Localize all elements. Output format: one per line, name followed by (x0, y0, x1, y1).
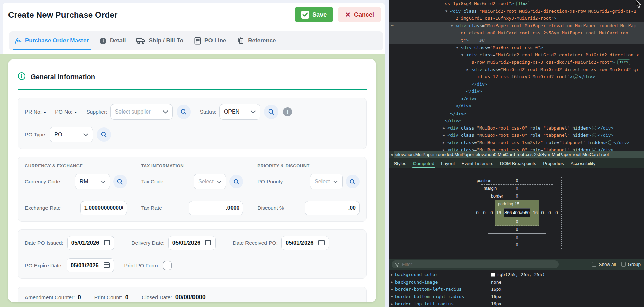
tab-po-line[interactable]: PO Line (194, 31, 226, 50)
computed-property-row[interactable]: ▶background-colorrgb(255, 255, 255) (389, 271, 644, 278)
calendar-icon (104, 239, 110, 247)
show-all-checkbox[interactable] (592, 262, 596, 267)
computed-property-row[interactable]: ▶border-top-left-radius16px (389, 300, 644, 307)
tax-code-search-button[interactable] (229, 175, 243, 188)
dom-tree-line[interactable]: ss-1pi8xg4-MuiGrid2-root">flex (389, 0, 644, 7)
dom-tree-line[interactable]: ⋯▼<div class="MuiPaper-root MuiPaper-ele… (389, 22, 644, 30)
dom-tree-line[interactable]: ▼<div class="MuiGrid2-root MuiGrid2-cont… (389, 51, 644, 59)
tax-rate-input[interactable] (189, 201, 243, 215)
po-expire-date-field[interactable]: 05/01/2026 (67, 258, 114, 272)
expand-arrow-icon[interactable]: ▼ (445, 7, 450, 15)
discount-input[interactable] (305, 201, 360, 215)
property-expand-icon[interactable]: ▶ (389, 273, 395, 276)
tab-ship-bill-to[interactable]: Ship / Bill To (136, 31, 183, 50)
collapsed-arrow-icon[interactable]: ▶ (443, 124, 447, 132)
inline-ellipsis-icon[interactable]: … (608, 140, 612, 145)
tab-reference[interactable]: Reference (237, 31, 276, 50)
dom-tree-line[interactable]: 2 imgGird1 css-16fnxy3-MuiGrid2-root"> (389, 15, 644, 22)
po-type-select[interactable]: PO (50, 127, 93, 142)
dom-tree-line[interactable]: ▼<div class="MuiBox-root css-0"> (389, 44, 644, 51)
calendar-icon (318, 239, 325, 247)
inline-ellipsis-icon[interactable]: … (592, 133, 596, 137)
collapsed-arrow-icon[interactable]: ▶ (443, 146, 447, 151)
dom-tree-line[interactable]: ▶<div class="MuiGrid2-root MuiGrid2-dire… (389, 66, 644, 73)
dom-tree-line[interactable]: ▶<div class="MuiBox-root css-1sm2s1z" ro… (389, 139, 644, 147)
dom-tree-line[interactable]: </div> (389, 95, 644, 103)
exchange-rate-input[interactable] (80, 201, 127, 215)
property-expand-icon[interactable]: ▶ (389, 288, 395, 291)
code-token: role (527, 133, 540, 138)
tab-detail[interactable]: Detail (99, 31, 126, 50)
dom-tree-line[interactable]: t"> == $0 (389, 37, 644, 44)
tab-purchase-order-master[interactable]: Purchase Order Master (14, 31, 89, 50)
devtools-tab-dom-breakpoints[interactable]: DOM Breakpoints (497, 158, 540, 168)
flex-badge[interactable]: flex (617, 59, 630, 65)
flex-badge[interactable]: flex (516, 1, 530, 6)
status-search-button[interactable] (264, 105, 278, 119)
dom-tree-line[interactable]: ▶<div class="MuiBox-root css-0" role="ta… (389, 124, 644, 132)
dom-tree-line[interactable]: </div> (389, 81, 644, 88)
status-select[interactable]: OPEN (219, 104, 260, 120)
box-model-padding[interactable]: padding15 16 866.400×560 16 0 (495, 200, 539, 226)
dom-tree-line[interactable]: </div> (389, 102, 644, 110)
devtools-tab-event-listeners[interactable]: Event Listeners (458, 158, 497, 168)
collapsed-arrow-icon[interactable]: ▶ (467, 66, 472, 73)
computed-property-row[interactable]: ▶background-imagenone (389, 278, 644, 286)
expand-arrow-icon[interactable]: ▼ (456, 44, 461, 51)
cancel-button[interactable]: ✕ Cancel (338, 7, 381, 22)
dom-tree-line[interactable]: er-elevation0 MuiCard-root css-2s58ym-Mu… (389, 29, 644, 37)
devtools-tab-computed[interactable]: Computed (410, 158, 438, 168)
code-token: </div> (613, 140, 629, 145)
inline-ellipsis-icon[interactable]: … (592, 148, 596, 151)
devtools-tab-layout[interactable]: Layout (438, 158, 458, 168)
code-token: > (511, 1, 514, 6)
property-expand-icon[interactable]: ▶ (389, 295, 395, 298)
code-token: class (458, 125, 474, 131)
box-model-border[interactable]: border0 0 padding15 16 866.400×560 16 (488, 192, 546, 234)
property-expand-icon[interactable]: ▶ (389, 280, 395, 284)
group-checkbox[interactable] (621, 262, 626, 267)
currency-search-button[interactable] (113, 175, 127, 188)
devtools-tab-accessibility[interactable]: Accessibility (567, 158, 599, 168)
dom-tree-line[interactable]: id-xs-12 css-16fnxy3-MuiGrid2-root">…</d… (389, 73, 644, 81)
tax-code-select[interactable]: Select (194, 174, 226, 189)
dom-tree-line[interactable]: </div> (389, 88, 644, 95)
box-model-content[interactable]: 866.400×560 (504, 208, 530, 217)
inline-ellipsis-icon[interactable]: … (573, 74, 578, 79)
save-button[interactable]: Save (295, 7, 333, 22)
property-expand-icon[interactable]: ▶ (389, 302, 395, 306)
box-model-position[interactable]: position0 0 margin0 0 border0 0 (473, 176, 562, 250)
breadcrumb-scroll-left-button[interactable]: ◀ (389, 151, 394, 158)
computed-property-row[interactable]: ▶border-bottom-right-radius16px (389, 293, 644, 301)
date-po-issued-field[interactable]: 05/01/2026 (67, 236, 115, 250)
print-po-form-checkbox[interactable] (163, 261, 172, 270)
filter-input[interactable] (392, 260, 559, 268)
po-type-search-button[interactable] (97, 127, 111, 142)
supplier-search-button[interactable] (177, 105, 191, 119)
devtools-tab-styles[interactable]: Styles (390, 158, 410, 168)
date-received-po-field[interactable]: 05/01/2026 (281, 236, 329, 250)
devtools-tab-properties[interactable]: Properties (539, 158, 567, 168)
po-priority-select[interactable]: Select (310, 174, 343, 189)
dom-tree-line[interactable]: s-row MuiGrid2-spacing-xs-3 css-dkd71f-M… (389, 58, 644, 66)
dom-tree-line[interactable]: </div> (389, 110, 644, 117)
dom-tree-line[interactable]: ▼<div class="MuiGrid2-root MuiGrid2-dire… (389, 7, 644, 15)
delivery-date-field[interactable]: 05/01/2026 (168, 236, 216, 250)
collapsed-arrow-icon[interactable]: ▶ (443, 139, 447, 147)
dom-tree-line[interactable]: </div> (389, 117, 644, 124)
closed-date-label: Closed Date: (142, 294, 172, 301)
box-model-margin[interactable]: margin0 0 border0 0 padding15 (481, 184, 553, 241)
dom-tree-line[interactable]: ▶<div class="MuiBox-root css-0" role="ta… (389, 132, 644, 139)
po-priority-search-button[interactable] (346, 175, 360, 188)
property-value: 16px (491, 287, 501, 292)
expand-arrow-icon[interactable]: ▼ (461, 51, 466, 59)
inline-ellipsis-icon[interactable]: … (592, 126, 596, 130)
code-token: class (482, 67, 498, 72)
more-actions-icon[interactable]: ⋯ (391, 22, 394, 30)
currency-code-select[interactable]: RM (75, 174, 110, 189)
expand-arrow-icon[interactable]: ▼ (451, 22, 456, 30)
collapsed-arrow-icon[interactable]: ▶ (443, 132, 447, 139)
computed-property-row[interactable]: ▶border-bottom-left-radius16px (389, 286, 644, 293)
supplier-select[interactable]: Select supplier (110, 104, 173, 120)
dom-tree-line[interactable]: ▶<div class="MuiBox-root css-0" role="ta… (389, 146, 644, 151)
